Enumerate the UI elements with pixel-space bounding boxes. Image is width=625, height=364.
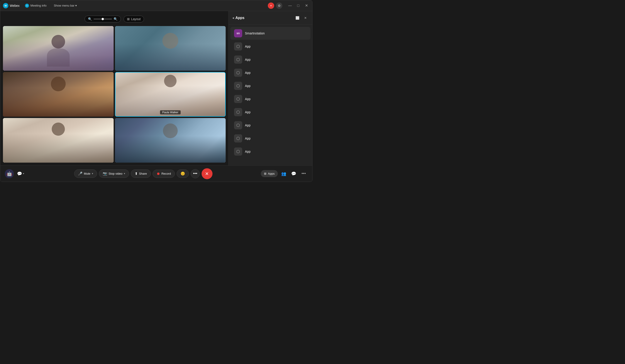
layout-label: Layout (131, 17, 141, 21)
app-icon-8: ⬡ (234, 121, 242, 129)
meeting-info-label: Meeting info (31, 4, 46, 7)
video-grid: Paula Walker (3, 26, 226, 163)
control-right: ⊞ Apps 👥 💬 ••• (261, 170, 308, 178)
close-button[interactable]: ✕ (303, 2, 310, 9)
more-options-button[interactable]: ••• (191, 169, 200, 178)
zoom-out-icon[interactable]: 🔍 (88, 17, 92, 21)
video-cell-5[interactable] (3, 118, 114, 163)
zoom-slider[interactable] (94, 19, 112, 19)
app-item-6[interactable]: ⬡ App (230, 93, 311, 105)
video-chevron-icon[interactable]: ▾ (124, 172, 125, 175)
app-icon-7: ⬡ (234, 108, 242, 116)
mute-button[interactable]: 🎤 Mute ▾ (74, 169, 97, 178)
reactions-button[interactable]: 😊 (177, 169, 189, 178)
collapse-icon[interactable]: ◂ (232, 16, 234, 20)
more-side-icon: ••• (302, 171, 306, 176)
app-item-2[interactable]: ⬡ App (230, 40, 311, 53)
end-call-button[interactable]: ✕ (202, 168, 213, 179)
video-cell-1[interactable] (3, 26, 114, 71)
video-cell-6[interactable] (115, 118, 226, 163)
apps-side-label: Apps (268, 172, 275, 175)
sidebar-popout-button[interactable]: ⬜ (294, 15, 301, 21)
main-content: 🔍 🔍 ⊞ Layout (0, 11, 312, 165)
messages-button[interactable]: 💬 (290, 170, 298, 178)
app-item-8[interactable]: ⬡ App (230, 119, 311, 132)
layout-icon: ⊞ (127, 17, 130, 21)
app-icon-3: ⬡ (234, 56, 242, 64)
video-icon: 📷 (103, 171, 107, 176)
app-label-5: App (245, 84, 250, 88)
sidebar-header: ◂ Apps ⬜ ✕ (229, 11, 312, 25)
control-bar: 🤖 💬 ▾ 🎤 Mute ▾ 📷 Stop video ▾ ⬆ Share (0, 165, 312, 182)
app-icon-2: ⬡ (234, 42, 242, 51)
smartnotation-icon: sn (234, 29, 242, 37)
zoom-control[interactable]: 🔍 🔍 (85, 16, 121, 22)
sidebar-close-button[interactable]: ✕ (302, 15, 309, 21)
record-label: Record (161, 172, 171, 175)
video-cell-4[interactable]: Paula Walker (115, 72, 226, 117)
app-item-7[interactable]: ⬡ App (230, 106, 311, 118)
apps-side-button[interactable]: ⊞ Apps (261, 170, 278, 177)
app-item-9[interactable]: ⬡ App (230, 132, 311, 145)
show-menu-label: Show menu bar (54, 4, 74, 7)
participants-button[interactable]: 👥 (280, 170, 288, 178)
more-side-button[interactable]: ••• (300, 170, 308, 178)
app-item-smartnotation[interactable]: sn Smartnotation (230, 27, 311, 40)
emoji-icon: 😊 (181, 171, 185, 176)
webex-logo-icon: W (3, 3, 8, 8)
window-controls: — □ ✕ (287, 2, 310, 9)
share-icon: ⬆ (135, 171, 138, 176)
participant-name-4: Paula Walker (160, 110, 181, 114)
messages-icon: 💬 (291, 171, 296, 176)
app-icon-4: ⬡ (234, 69, 242, 77)
app-label-10: App (245, 150, 250, 153)
share-label: Share (139, 172, 147, 175)
sidebar-title: Apps (235, 16, 294, 20)
recording-indicator: ● (268, 2, 274, 9)
chat-icon: 💬 (17, 171, 22, 176)
app-label-smartnotation: Smartnotation (245, 31, 265, 35)
app-item-10[interactable]: ⬡ App (230, 145, 311, 158)
minimize-button[interactable]: — (287, 2, 293, 9)
apps-grid-icon: ⊞ (264, 172, 266, 175)
control-center: 🎤 Mute ▾ 📷 Stop video ▾ ⬆ Share ⏺ Record… (26, 168, 261, 179)
mute-chevron-icon[interactable]: ▾ (92, 172, 93, 175)
app-icon-9: ⬡ (234, 134, 242, 142)
meeting-info-button[interactable]: ℹ Meeting info (23, 3, 48, 9)
webex-logo: W Webex (3, 3, 20, 8)
video-toolbar: 🔍 🔍 ⊞ Layout (3, 14, 226, 24)
webex-label: Webex (10, 4, 20, 7)
layout-button[interactable]: ⊞ Layout (124, 16, 144, 22)
main-window: W Webex ℹ Meeting info Show menu bar ▾ ●… (0, 0, 312, 182)
titlebar-right: ● ⚙ — □ ✕ (268, 2, 310, 9)
record-icon: ⏺ (156, 172, 160, 176)
app-label-4: App (245, 71, 250, 75)
video-cell-2[interactable] (115, 26, 226, 71)
video-cell-3[interactable] (3, 72, 114, 117)
app-item-4[interactable]: ⬡ App (230, 66, 311, 79)
app-item-3[interactable]: ⬡ App (230, 53, 311, 66)
app-item-5[interactable]: ⬡ App (230, 80, 311, 92)
stop-video-button[interactable]: 📷 Stop video ▾ (99, 169, 129, 178)
app-label-2: App (245, 45, 250, 48)
zoom-in-icon[interactable]: 🔍 (114, 17, 118, 21)
apps-list: sn Smartnotation ⬡ App ⬡ App ⬡ App ⬡ (229, 25, 312, 165)
stop-video-label: Stop video (109, 172, 123, 175)
app-label-9: App (245, 137, 250, 140)
share-button[interactable]: ⬆ Share (131, 169, 151, 178)
show-menu-button[interactable]: Show menu bar ▾ (52, 3, 79, 8)
record-button[interactable]: ⏺ Record (153, 170, 175, 178)
app-label-7: App (245, 110, 250, 114)
more-icon: ••• (193, 171, 197, 176)
participants-icon: 👥 (281, 171, 286, 176)
video-area: 🔍 🔍 ⊞ Layout (0, 11, 228, 165)
app-label-3: App (245, 58, 250, 61)
control-left: 🤖 💬 ▾ (5, 169, 26, 178)
end-call-icon: ✕ (205, 171, 209, 176)
maximize-button[interactable]: □ (295, 2, 301, 9)
ai-assistant-button[interactable]: 🤖 (5, 169, 14, 178)
chat-button[interactable]: 💬 ▾ (16, 170, 26, 178)
sidebar-header-actions: ⬜ ✕ (294, 15, 309, 21)
settings-button[interactable]: ⚙ (276, 2, 282, 9)
titlebar: W Webex ℹ Meeting info Show menu bar ▾ ●… (0, 0, 312, 11)
